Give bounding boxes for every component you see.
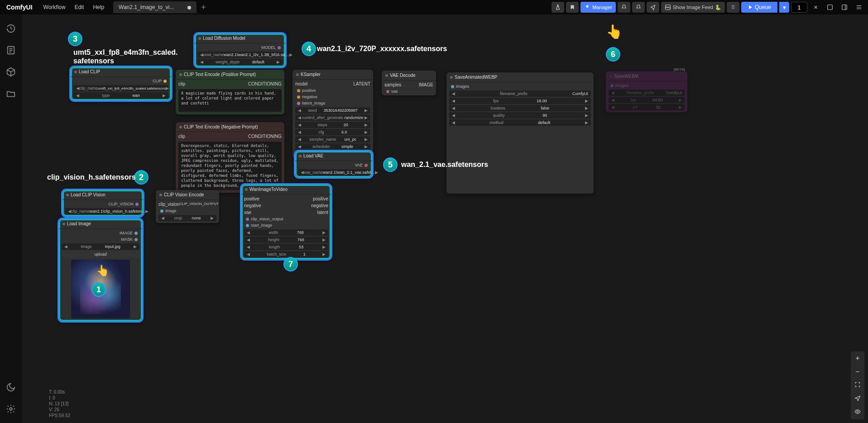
canvas-stats: T: 0.00s I: 0 N: 13 [13] V: 26 FPS:59.52 <box>49 389 70 418</box>
pointing-hand-icon: 👆 <box>606 24 623 39</box>
widget-filename-prefix[interactable]: ◀filename_prefixComfyUI <box>609 90 685 96</box>
queue-button[interactable]: Queue <box>741 2 777 13</box>
widget-clip-vision-name[interactable]: ◀clip_namewan2.1\clip_vision_h.safeten..… <box>65 208 140 214</box>
port-start-image: start_image <box>251 223 272 228</box>
port-mask: MASK <box>121 237 133 242</box>
port-clip-in: clip <box>178 134 185 139</box>
port-samples: samples <box>384 82 401 87</box>
node-clip-text-encode-positive[interactable]: CLIP Text Encode (Positive Prompt) clip … <box>176 70 284 114</box>
stat-fps: FPS:59.52 <box>49 413 70 418</box>
port-model: model <box>295 81 307 86</box>
widget-steps[interactable]: ◀steps20▶ <box>295 122 370 128</box>
bell-icon-2[interactable] <box>632 2 645 13</box>
node-clip-vision-encode[interactable]: CLIP Vision Encode clip_vision CLIP_VISI… <box>156 190 219 223</box>
bookmark-icon[interactable] <box>566 2 579 13</box>
node-save-webm[interactable]: SaveWEBM images ◀filename_prefixComfyUI … <box>606 71 687 112</box>
widget-length[interactable]: ◀length53▶ <box>244 244 328 250</box>
upload-button[interactable]: upload <box>62 251 139 258</box>
node-canvas[interactable]: Load Diffusion Model MODEL ◀unet_namewan… <box>22 14 868 423</box>
widget-seed[interactable]: ◀seed353016492205987▶ <box>295 107 370 114</box>
annotation-5: wan_2.1_vae.safetensors <box>401 160 488 169</box>
panel-left-icon[interactable] <box>824 2 836 13</box>
widget-width[interactable]: ◀width768▶ <box>244 229 328 236</box>
zoom-in-button[interactable]: + <box>851 352 864 365</box>
widget-height[interactable]: ◀height768▶ <box>244 237 328 243</box>
widget-filename-prefix[interactable]: ◀filename_prefixComfyUI <box>449 90 591 97</box>
widget-clip-type[interactable]: ◀typewan▶ <box>73 92 168 99</box>
port-positive-out: positive <box>313 196 328 201</box>
pointing-hand-icon: 👆 <box>96 264 110 277</box>
node-title: Load Image <box>67 221 91 226</box>
annotation-2: clip_vision_h.safetensors <box>47 173 136 181</box>
fit-button[interactable] <box>851 379 864 392</box>
queue-count-input[interactable] <box>791 2 807 13</box>
node-ksampler[interactable]: KSampler model LATENT positive negative … <box>293 70 373 159</box>
widget-image[interactable]: ◀imageinput.jpg▶ <box>62 243 139 250</box>
node-load-image[interactable]: Load Image IMAGE MASK ◀imageinput.jpg▶ u… <box>59 219 142 321</box>
widget-clip-name[interactable]: ◀clip_nameumt5_xxl_fp8_e4m3fn_scaled.saf… <box>73 85 168 91</box>
widget-batch-size[interactable]: ◀batch_size1▶ <box>244 251 328 257</box>
metronome-icon[interactable] <box>551 2 564 13</box>
widget-scheduler[interactable]: ◀schedulersimple▶ <box>295 143 370 150</box>
widget-sampler-name[interactable]: ◀sampler_nameuni_pc▶ <box>295 136 370 143</box>
widget-cfg[interactable]: ◀cfg6.0▶ <box>295 129 370 135</box>
node-title: SaveAnimatedWEBP <box>455 75 498 80</box>
widget-crop[interactable]: ◀cropnone▶ <box>158 215 216 221</box>
node-clip-text-encode-negative[interactable]: CLIP Text Encode (Negative Prompt) clip … <box>176 122 284 193</box>
menu-edit[interactable]: Edit <box>70 4 89 10</box>
folder-icon[interactable] <box>6 89 16 99</box>
menu-workflow[interactable]: Workflow <box>39 4 70 10</box>
workflow-tab[interactable]: Wan2.1_image_to_vi... <box>113 1 197 13</box>
widget-lossless[interactable]: ◀losslessfalse▶ <box>449 105 591 111</box>
node-wan-image-to-video[interactable]: WanImageToVideo positive positive negati… <box>241 185 331 259</box>
add-tab-button[interactable]: + <box>197 3 211 12</box>
history-icon[interactable] <box>6 24 16 33</box>
widget-fps[interactable]: ◀fps24.00▶ <box>609 97 685 103</box>
show-image-feed-button[interactable]: Show Image Feed 🐍 <box>661 2 725 13</box>
badge-3: 3 <box>68 32 82 46</box>
share-icon[interactable] <box>647 2 659 13</box>
queue-dropdown[interactable]: ▾ <box>779 2 789 13</box>
package-icon[interactable] <box>6 67 16 77</box>
bell-icon-1[interactable] <box>618 2 630 13</box>
badge-7: 7 <box>283 257 298 271</box>
node-load-clip-vision[interactable]: Load CLIP Vision CLIP_VISION ◀clip_namew… <box>62 190 143 216</box>
snake-icon: 🐍 <box>715 5 721 10</box>
port-cond-out: CONDITIONING <box>248 81 282 86</box>
close-button[interactable]: ✕ <box>809 2 822 13</box>
negative-prompt-text[interactable]: Overexposure, static, blurred details, s… <box>178 142 282 190</box>
widget-weight-dtype[interactable]: ◀weight_dtypedefault▶ <box>197 59 283 65</box>
app-logo: ComfyUI <box>0 4 39 11</box>
hamburger-icon[interactable] <box>853 2 865 13</box>
notes-icon[interactable] <box>6 45 16 55</box>
port-vae: VAE <box>355 163 363 167</box>
grid-icon[interactable]: ⠿ <box>727 2 739 13</box>
widget-control-after-generate[interactable]: ◀control_after_generaterandomize▶ <box>295 114 370 121</box>
widget-crf[interactable]: ◀crf32▶ <box>609 104 685 110</box>
port-vae: vae <box>391 89 398 94</box>
widget-vae-name[interactable]: ◀vae_namewan2.1\wan_2.1_vae.safet...▶ <box>298 169 369 176</box>
node-vae-decode[interactable]: VAE Decode samples IMAGE vae <box>382 71 436 95</box>
node-save-animated-webp[interactable]: SaveAnimatedWEBP images ◀filename_prefix… <box>446 72 594 194</box>
widget-unet-name[interactable]: ◀unet_namewan2.1\wan2.1_i2v_1.3B_bf16.sa… <box>197 52 283 58</box>
port-clip-vision: clip_vision <box>158 202 179 207</box>
navigate-button[interactable] <box>851 392 864 406</box>
widget-quality[interactable]: ◀quality90▶ <box>449 112 591 119</box>
manager-button[interactable]: Manager <box>580 2 615 13</box>
moon-icon[interactable] <box>6 382 16 392</box>
node-load-diffusion-model[interactable]: Load Diffusion Model MODEL ◀unet_namewan… <box>195 33 285 67</box>
zoom-out-button[interactable]: − <box>851 365 864 379</box>
port-image: IMAGE <box>120 231 133 235</box>
widget-method[interactable]: ◀methoddefault▶ <box>449 119 591 126</box>
node-load-clip[interactable]: Load CLIP CLIP ◀clip_nameumt5_xxl_fp8_e4… <box>71 67 171 100</box>
svg-rect-2 <box>842 5 847 10</box>
stat-n: N: 13 [13] <box>49 401 70 407</box>
eye-button[interactable] <box>851 406 864 419</box>
widget-fps[interactable]: ◀fps16.00▶ <box>449 98 591 104</box>
gear-icon[interactable] <box>6 404 16 414</box>
menu-help[interactable]: Help <box>88 4 109 10</box>
node-title: Load CLIP Vision <box>71 192 106 197</box>
positive-prompt-text[interactable]: A magician made flying cards in his hand… <box>178 89 282 112</box>
panel-right-icon[interactable] <box>838 2 851 13</box>
node-load-vae[interactable]: Load VAE VAE ◀vae_namewan2.1\wan_2.1_vae… <box>295 151 372 177</box>
